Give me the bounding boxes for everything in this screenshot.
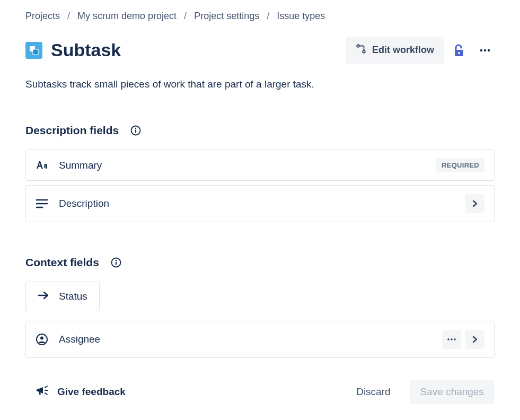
megaphone-icon [36, 384, 50, 399]
description-fields-title: Description fields [25, 124, 119, 137]
issue-type-description: Subtasks track small pieces of work that… [25, 78, 495, 90]
discard-button[interactable]: Discard [348, 381, 399, 403]
field-row-summary[interactable]: Summary REQUIRED [25, 150, 495, 181]
info-icon[interactable] [111, 257, 121, 268]
field-label: Summary [59, 160, 102, 171]
expand-button[interactable] [465, 330, 484, 349]
svg-rect-1 [33, 49, 38, 55]
arrow-right-icon [38, 291, 49, 302]
svg-line-26 [45, 386, 47, 388]
save-changes-button[interactable]: Save changes [410, 380, 495, 404]
more-actions-button[interactable] [475, 41, 495, 60]
text-field-icon [36, 159, 48, 172]
workflow-icon [355, 43, 367, 57]
required-badge: REQUIRED [436, 159, 484, 172]
svg-point-17 [116, 260, 117, 261]
svg-point-3 [357, 45, 359, 47]
breadcrumb-link-settings[interactable]: Project settings [194, 11, 259, 22]
svg-line-28 [45, 393, 47, 395]
field-label: Assignee [59, 334, 100, 345]
svg-point-21 [40, 337, 43, 340]
edit-workflow-label: Edit workflow [372, 45, 434, 56]
context-fields-title: Context fields [25, 256, 99, 269]
footer: Give feedback Discard Save changes [0, 369, 520, 420]
svg-rect-25 [37, 389, 38, 391]
breadcrumb-separator: / [67, 11, 70, 22]
breadcrumb-separator: / [184, 11, 187, 22]
paragraph-icon [36, 197, 48, 210]
breadcrumb-separator: / [267, 11, 269, 22]
breadcrumb-link-projects[interactable]: Projects [25, 11, 60, 22]
info-icon[interactable] [130, 125, 141, 136]
status-button[interactable]: Status [25, 282, 100, 311]
field-row-description[interactable]: Description [25, 185, 495, 222]
svg-rect-18 [116, 262, 117, 265]
context-fields-header: Context fields [25, 256, 495, 269]
description-fields-header: Description fields [25, 124, 495, 137]
header-row: Subtask Edit workflow [25, 37, 495, 64]
give-feedback-button[interactable]: Give feedback [36, 384, 126, 399]
page-title: Subtask [51, 40, 121, 60]
svg-rect-12 [135, 130, 136, 133]
expand-button[interactable] [465, 194, 484, 213]
lock-icon[interactable] [453, 44, 466, 57]
field-more-button[interactable] [442, 330, 461, 349]
subtask-icon [25, 42, 42, 59]
person-icon [36, 333, 48, 346]
field-label: Description [59, 198, 109, 209]
breadcrumb-link-issuetypes[interactable]: Issue types [277, 11, 325, 22]
svg-point-23 [451, 338, 453, 340]
svg-point-7 [480, 49, 482, 51]
feedback-label: Give feedback [57, 386, 126, 398]
svg-point-8 [484, 49, 486, 51]
svg-point-9 [488, 49, 490, 51]
edit-workflow-button[interactable]: Edit workflow [346, 37, 444, 64]
svg-point-6 [458, 52, 460, 54]
svg-point-24 [454, 338, 456, 340]
svg-point-22 [447, 338, 450, 340]
breadcrumb-link-project[interactable]: My scrum demo project [77, 11, 177, 22]
status-label: Status [59, 291, 87, 302]
field-row-assignee[interactable]: Assignee [25, 321, 495, 358]
svg-point-4 [363, 50, 365, 53]
svg-point-11 [135, 128, 137, 129]
breadcrumb: Projects / My scrum demo project / Proje… [25, 11, 495, 22]
